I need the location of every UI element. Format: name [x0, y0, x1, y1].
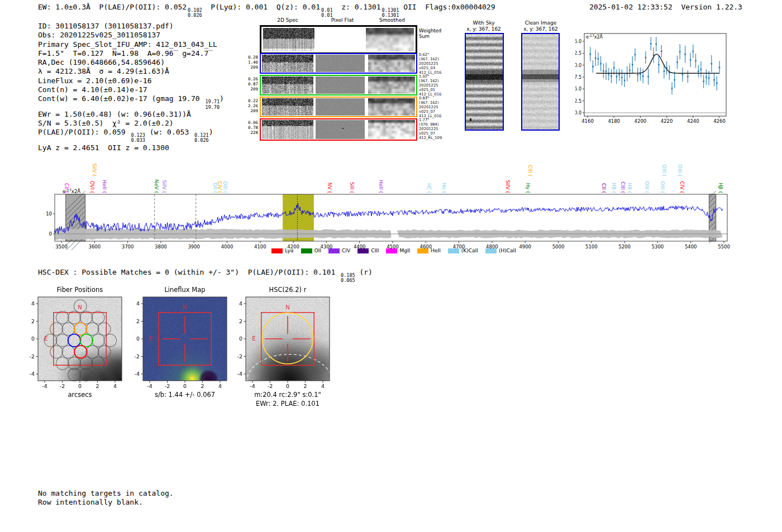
row-flat-image: [316, 55, 365, 72]
fiber-circle: [80, 368, 93, 381]
data-point: [661, 51, 662, 52]
fiber-circle: [50, 323, 63, 336]
data-point: [674, 79, 675, 81]
data-point: [618, 74, 620, 75]
fiber-circle: [68, 368, 81, 381]
x-tick-label: 0: [73, 383, 87, 389]
fiber-2d-row-0: [260, 53, 417, 74]
data-point: [595, 57, 597, 59]
footer-note: No matching targets in catalog.Row inten…: [38, 489, 174, 507]
north-label: N: [285, 304, 289, 310]
weighted-sum-row: [260, 25, 417, 54]
data-point: [698, 70, 699, 72]
selected-fiber-circle: [74, 346, 87, 358]
row-smooth-image: [368, 76, 415, 94]
flux-units-annotation: e-17x2Å: [63, 188, 80, 194]
data-point: [716, 83, 718, 84]
row-right-value: 20201225: [419, 61, 452, 66]
fiber-circle: [68, 357, 81, 370]
x-tick-label: 2: [196, 383, 209, 389]
row-left-value: 2.26: [246, 103, 258, 108]
row-right-value: (367, 162): [419, 100, 452, 105]
x-tick-label: 4000: [221, 244, 233, 250]
row-left-labels: 0.222.26209: [246, 98, 258, 113]
x-tick-label: 2: [299, 383, 312, 389]
hsc_r-title: HSC(26.2) r: [229, 286, 346, 294]
row-left-labels: 0.060.78228: [246, 120, 258, 135]
row-spec-image: [262, 120, 313, 139]
data-point: [655, 44, 657, 45]
row-flat-image: [316, 120, 365, 139]
lineflux_map-overlay: NE: [143, 297, 227, 381]
data-point: [695, 60, 697, 62]
info-line-10: S/N = 5.3(±0.5) χ² = 2.0(±0.2): [38, 119, 224, 128]
row-right-value: (370, 984): [419, 122, 452, 127]
legend-label: CIV: [342, 248, 350, 253]
legend-swatch: [328, 248, 340, 253]
data-point: [713, 79, 715, 81]
y-tick-label: -2: [128, 353, 140, 360]
data-point: [598, 58, 599, 60]
y-tick-label: 2: [231, 318, 242, 324]
row-right-value: 20201225: [419, 83, 452, 88]
x-tick-label: 4200: [635, 118, 647, 124]
x-tick-label: 4220: [661, 118, 673, 124]
col-title-2dspec: 2D Spec: [261, 17, 314, 23]
emission-line-label: OIII (: [677, 165, 683, 176]
legend-swatch: [485, 248, 497, 253]
data-point: [719, 67, 721, 69]
info-line-0: ID: 3011058137 (3011058137.pdf): [38, 22, 224, 31]
data-point: [589, 54, 591, 55]
fiber_positions-panel: +NE: [38, 297, 122, 381]
row-left-value: 228: [246, 130, 258, 135]
row-left-value: 209: [246, 87, 258, 92]
legend-swatch: [301, 248, 312, 253]
y-tick-label: -4: [231, 371, 242, 377]
x-tick-label: -2: [264, 383, 277, 389]
weighted-sum-label: WeightedSum: [419, 28, 441, 39]
fiber-circle: [92, 357, 104, 370]
y-tick-label: 0: [49, 231, 52, 237]
hsc_r-overlay: NE: [246, 297, 330, 381]
north-label: N: [183, 304, 187, 310]
info-line-1: Obs: 20201225v025_3011058137: [38, 31, 224, 40]
row-left-value: 1.40: [246, 60, 258, 65]
fiber-circle: [56, 357, 69, 370]
legend-item: (K)CaII: [448, 248, 478, 253]
data-point: [600, 63, 602, 65]
data-point: [679, 51, 681, 52]
zoom-plot-frame: [584, 33, 726, 116]
y-tick-label: 10.0: [575, 63, 581, 68]
data-point: [611, 75, 612, 77]
data-point: [690, 59, 692, 61]
emission-line-label: CIII (: [620, 181, 626, 193]
elixer-report-page: EW: 1.0±0.3Å P(LAE)/P(OII): 0.0520.1020.…: [0, 0, 782, 532]
data-point: [629, 70, 631, 71]
data-point: [621, 77, 623, 79]
data-point: [684, 54, 686, 55]
row-right-value: 1.77": [419, 118, 452, 122]
row-right-value: 0.62": [419, 52, 452, 57]
info-line-3: F=1.5" T=0.127 N̅=1.98 A=0.96̅ g=24.7̅: [38, 49, 224, 58]
info-line-8: Cont(w) = 6.40(±0.02)e-17 (gmag 19.70 19…: [38, 94, 224, 109]
x-tick-label: 3600: [88, 244, 101, 250]
info-line-11: P(LAE)/P(OII): 0.059 0.1230.033 (w: 0.05…: [38, 128, 224, 143]
emission-line-label: OVI (: [89, 181, 95, 193]
emission-line-label: CII (: [601, 183, 607, 193]
data-point: [711, 63, 713, 65]
hsc_r-xlabel: m:20.4 rc:2.9" s:0.1": [223, 391, 352, 399]
emission-line-label: OIII (: [661, 165, 667, 176]
emission-line-label: NV (: [327, 183, 332, 193]
spectrum-legend: LyαOIICIVCIIIMgIIHeII(K)CaII(H)CaII: [240, 248, 547, 253]
emission-line-label: SiIV (: [92, 164, 97, 176]
data-point: [616, 76, 618, 78]
legend-label: HeII: [431, 248, 441, 253]
x-tick-label: 5300: [652, 244, 664, 250]
legend-label: CIII: [371, 248, 379, 253]
emission-line-label: Hγ (: [525, 183, 531, 193]
legend-label: OII: [314, 248, 321, 253]
fiber-2d-row-1: [260, 75, 417, 95]
legend-item: CIV: [328, 248, 350, 253]
sup-sub-stack: 0.1230.033: [131, 133, 145, 143]
x-tick-label: 3700: [122, 244, 134, 250]
